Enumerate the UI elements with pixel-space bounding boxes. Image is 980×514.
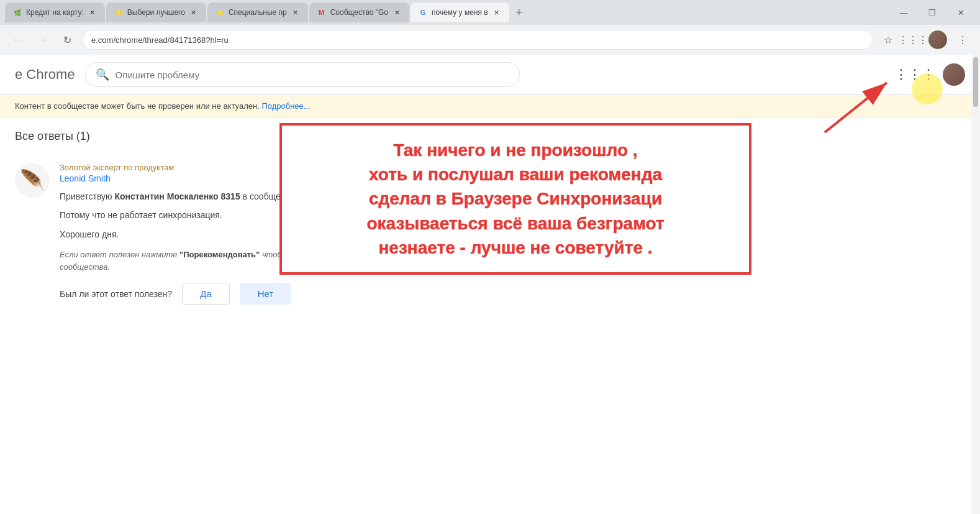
tab-close-2[interactable]: ✕ <box>189 7 199 17</box>
tab-favicon-5: G <box>418 7 428 17</box>
header-avatar[interactable] <box>943 63 965 86</box>
tab-close-3[interactable]: ✕ <box>291 7 301 17</box>
tab-label-3: Специальные пр <box>229 8 287 17</box>
overlay-annotation-text: Так ничего и не произошло , хоть и послу… <box>297 138 734 260</box>
forward-button[interactable]: → <box>32 30 52 50</box>
back-button[interactable]: ← <box>7 30 27 50</box>
new-tab-button[interactable]: + <box>510 4 528 21</box>
tab-bar: 🌿 Кредит на карту: ✕ 🌟 Выбери лучшего ✕ … <box>0 0 980 25</box>
tab-5[interactable]: G почему у меня в ✕ <box>411 2 509 22</box>
tab-close-1[interactable]: ✕ <box>88 7 98 17</box>
answer-avatar: 🪶 <box>15 163 50 198</box>
site-logo: e Chrome <box>15 67 75 83</box>
reload-button[interactable]: ↻ <box>57 30 77 50</box>
helpful-row: Был ли этот ответ полезен? Да Нет <box>60 283 965 305</box>
overlay-annotation-box: Так ничего и не произошло , хоть и послу… <box>279 123 751 275</box>
tab-4[interactable]: M Сообщество "Go ✕ <box>309 2 409 22</box>
url-text: e.com/chrome/thread/84171368?hl=ru <box>91 35 864 45</box>
tab-label-4: Сообщество "Go <box>330 8 388 17</box>
profile-avatar-image <box>928 30 947 49</box>
tab-close-4[interactable]: ✕ <box>392 7 402 17</box>
scrollbar[interactable] <box>971 55 980 514</box>
hint-text-part1: Если ответ полезен нажмите <box>60 250 179 259</box>
warning-text: Контент в сообществе может быть не прове… <box>15 101 260 111</box>
helpful-label: Был ли этот ответ полезен? <box>60 289 172 299</box>
tab-label-1: Кредит на карту: <box>26 8 84 17</box>
close-button[interactable]: ✕ <box>946 2 975 22</box>
url-bar[interactable]: e.com/chrome/thread/84171368?hl=ru <box>82 30 873 50</box>
warning-link[interactable]: Подробнее... <box>261 101 310 111</box>
avatar-feather-icon: 🪶 <box>20 168 45 192</box>
tab-favicon-3: ⭐ <box>215 7 225 17</box>
restore-button[interactable]: ❐ <box>918 2 946 22</box>
search-box[interactable]: 🔍 <box>85 62 520 87</box>
user-name-bold: Константин Москаленко 8315 <box>114 191 240 201</box>
hint-recommend: "Порекомендовать" <box>179 250 260 259</box>
page-content: e Chrome 🔍 ⋮⋮⋮ Контент в сообществе може… <box>0 55 980 514</box>
bookmark-button[interactable]: ☆ <box>878 30 898 50</box>
tab-2[interactable]: 🌟 Выбери лучшего ✕ <box>106 2 206 22</box>
yes-button[interactable]: Да <box>182 283 230 305</box>
search-input[interactable] <box>116 70 509 80</box>
tab-favicon-1: 🌿 <box>12 7 22 17</box>
search-icon: 🔍 <box>96 68 109 81</box>
no-button[interactable]: Нет <box>240 283 292 305</box>
tab-1[interactable]: 🌿 Кредит на карту: ✕ <box>5 2 105 22</box>
menu-button[interactable]: ⋮ <box>953 30 973 50</box>
tab-favicon-2: 🌟 <box>114 7 124 17</box>
tab-label-5: почему у меня в <box>432 8 488 17</box>
red-arrow <box>806 76 905 141</box>
svg-line-1 <box>825 83 887 132</box>
avatar-highlight <box>912 73 943 104</box>
scrollbar-thumb[interactable] <box>973 57 978 107</box>
apps-button[interactable]: ⋮⋮⋮ <box>903 30 923 50</box>
address-bar: ← → ↻ e.com/chrome/thread/84171368?hl=ru… <box>0 25 980 55</box>
minimize-button[interactable]: — <box>889 2 918 22</box>
greeting-text: Приветствую <box>60 191 112 201</box>
profile-button[interactable] <box>928 30 948 50</box>
tab-3[interactable]: ⭐ Специальные пр ✕ <box>207 2 308 22</box>
browser-chrome: 🌿 Кредит на карту: ✕ 🌟 Выбери лучшего ✕ … <box>0 0 980 55</box>
header-avatar-image <box>943 63 965 86</box>
profile-avatar <box>928 30 947 49</box>
tab-favicon-4: M <box>317 7 327 17</box>
tab-label-2: Выбери лучшего <box>127 8 185 17</box>
tab-close-5[interactable]: ✕ <box>492 7 502 17</box>
window-controls: — ❐ ✕ <box>889 2 975 22</box>
